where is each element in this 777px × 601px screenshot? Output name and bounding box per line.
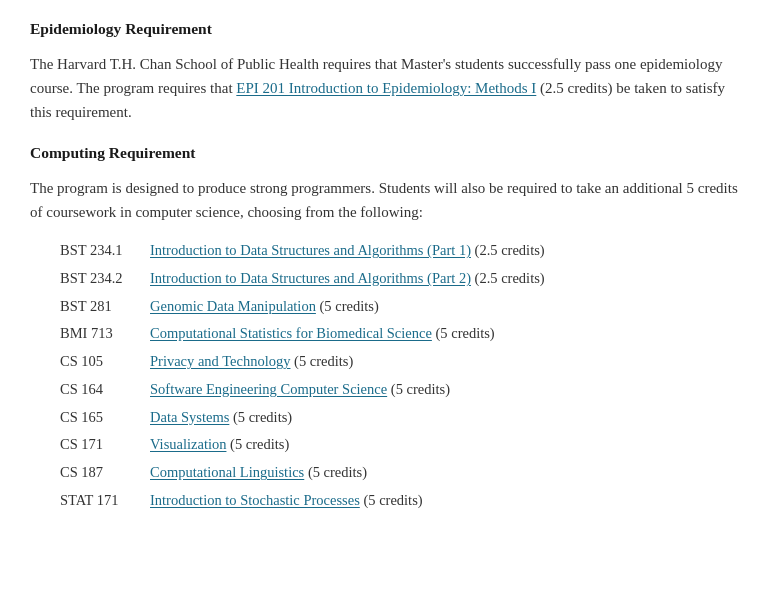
course-credits: (2.5 credits) [471, 242, 545, 258]
course-code: CS 165 [60, 407, 150, 429]
course-credits: (5 credits) [226, 436, 289, 452]
course-detail: Data Systems (5 credits) [150, 407, 292, 429]
course-item: BMI 713Computational Statistics for Biom… [60, 323, 747, 345]
course-detail: Introduction to Stochastic Processes (5 … [150, 490, 423, 512]
course-detail: Computational Linguistics (5 credits) [150, 462, 367, 484]
course-detail: Introduction to Data Structures and Algo… [150, 268, 545, 290]
course-item: BST 234.1Introduction to Data Structures… [60, 240, 747, 262]
computing-section: Computing Requirement The program is des… [30, 144, 747, 512]
course-credits: (5 credits) [316, 298, 379, 314]
course-link[interactable]: Introduction to Data Structures and Algo… [150, 242, 471, 258]
course-code: CS 164 [60, 379, 150, 401]
course-link[interactable]: Data Systems [150, 409, 229, 425]
epidemiology-heading: Epidemiology Requirement [30, 20, 747, 38]
course-code: CS 171 [60, 434, 150, 456]
computing-body: The program is designed to produce stron… [30, 176, 747, 224]
course-code: BST 234.1 [60, 240, 150, 262]
course-code: STAT 171 [60, 490, 150, 512]
course-link[interactable]: Genomic Data Manipulation [150, 298, 316, 314]
course-list: BST 234.1Introduction to Data Structures… [60, 240, 747, 512]
course-link[interactable]: Introduction to Data Structures and Algo… [150, 270, 471, 286]
course-item: BST 234.2Introduction to Data Structures… [60, 268, 747, 290]
course-item: CS 165Data Systems (5 credits) [60, 407, 747, 429]
course-code: BST 234.2 [60, 268, 150, 290]
course-detail: Visualization (5 credits) [150, 434, 289, 456]
course-credits: (5 credits) [304, 464, 367, 480]
course-item: CS 105Privacy and Technology (5 credits) [60, 351, 747, 373]
course-code: CS 187 [60, 462, 150, 484]
course-item: CS 171Visualization (5 credits) [60, 434, 747, 456]
course-detail: Software Engineering Computer Science (5… [150, 379, 450, 401]
course-link[interactable]: Introduction to Stochastic Processes [150, 492, 360, 508]
epidemiology-body: The Harvard T.H. Chan School of Public H… [30, 52, 747, 124]
computing-heading: Computing Requirement [30, 144, 747, 162]
course-credits: (5 credits) [360, 492, 423, 508]
course-item: BST 281Genomic Data Manipulation (5 cred… [60, 296, 747, 318]
course-credits: (2.5 credits) [471, 270, 545, 286]
course-detail: Computational Statistics for Biomedical … [150, 323, 495, 345]
course-detail: Privacy and Technology (5 credits) [150, 351, 353, 373]
course-credits: (5 credits) [387, 381, 450, 397]
course-item: STAT 171Introduction to Stochastic Proce… [60, 490, 747, 512]
course-item: CS 164Software Engineering Computer Scie… [60, 379, 747, 401]
course-link[interactable]: Computational Statistics for Biomedical … [150, 325, 432, 341]
course-link[interactable]: Software Engineering Computer Science [150, 381, 387, 397]
course-credits: (5 credits) [290, 353, 353, 369]
course-credits: (5 credits) [229, 409, 292, 425]
course-credits: (5 credits) [432, 325, 495, 341]
course-code: BST 281 [60, 296, 150, 318]
epidemiology-section: Epidemiology Requirement The Harvard T.H… [30, 20, 747, 124]
course-item: CS 187Computational Linguistics (5 credi… [60, 462, 747, 484]
course-link[interactable]: Visualization [150, 436, 226, 452]
course-code: BMI 713 [60, 323, 150, 345]
course-code: CS 105 [60, 351, 150, 373]
epi201-link[interactable]: EPI 201 Introduction to Epidemiology: Me… [236, 80, 536, 96]
course-link[interactable]: Privacy and Technology [150, 353, 290, 369]
course-detail: Genomic Data Manipulation (5 credits) [150, 296, 379, 318]
course-link[interactable]: Computational Linguistics [150, 464, 304, 480]
course-detail: Introduction to Data Structures and Algo… [150, 240, 545, 262]
